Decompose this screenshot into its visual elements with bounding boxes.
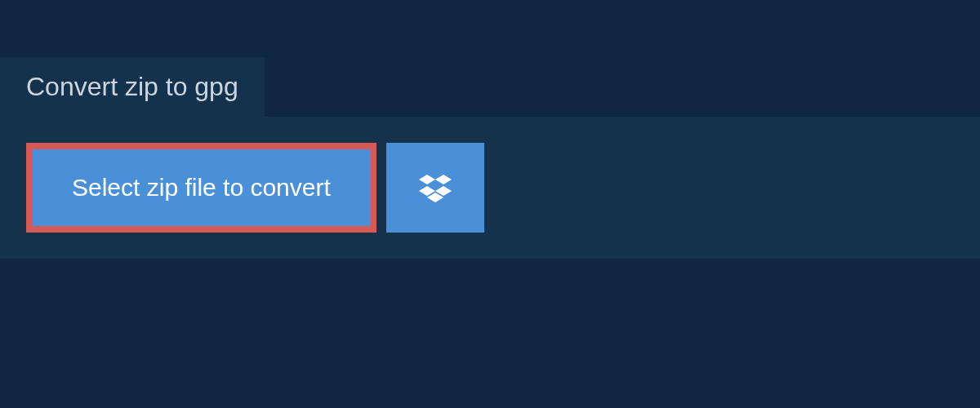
select-file-label: Select zip file to convert xyxy=(72,174,331,202)
tab-convert[interactable]: Convert zip to gpg xyxy=(0,57,265,117)
content-panel: Select zip file to convert xyxy=(0,117,980,259)
header-section: Convert zip to gpg xyxy=(0,0,980,117)
dropbox-icon xyxy=(419,173,452,202)
dropbox-button[interactable] xyxy=(386,143,484,233)
tab-bar: Convert zip to gpg xyxy=(0,0,980,117)
tab-label: Convert zip to gpg xyxy=(26,72,238,101)
select-file-button[interactable]: Select zip file to convert xyxy=(26,143,376,233)
bottom-section xyxy=(0,259,980,408)
